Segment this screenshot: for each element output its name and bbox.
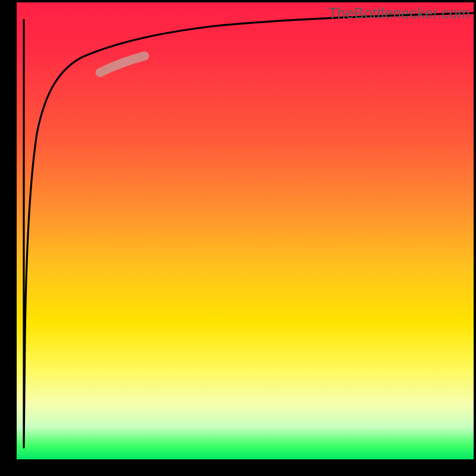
highlight-segment — [100, 56, 145, 73]
chart-frame: TheBottlenecker.com — [0, 0, 476, 476]
bottleneck-curve — [24, 13, 474, 447]
plot-area: TheBottlenecker.com — [17, 2, 474, 459]
watermark-text: TheBottlenecker.com — [328, 5, 470, 22]
curve-layer — [17, 2, 474, 459]
